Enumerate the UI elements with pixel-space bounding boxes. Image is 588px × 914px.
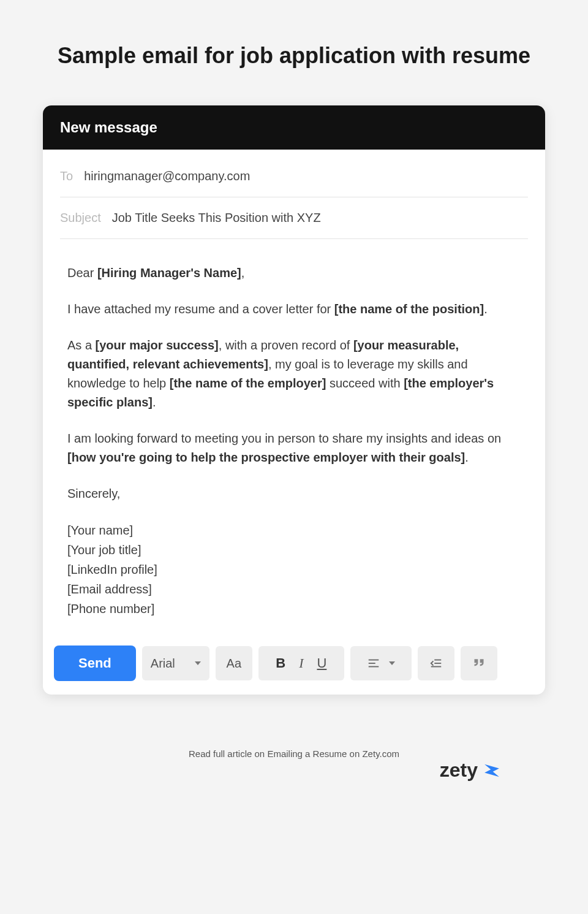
text: Read full article on [189,748,267,759]
subject-field-row[interactable]: Subject Job Title Seeks This Position wi… [60,197,528,239]
message-body[interactable]: Dear [Hiring Manager's Name], I have att… [43,239,545,637]
footer: Read full article on Emailing a Resume o… [37,737,551,774]
sig-name: [Your name] [67,520,521,540]
sig-linkedin: [LinkedIn profile] [67,560,521,579]
text: . [465,451,469,464]
indent-button[interactable] [418,646,454,680]
placeholder: [your major success] [96,338,219,352]
font-family-dropdown[interactable]: Arial [142,646,209,680]
text: I have attached my resume and a cover le… [67,302,334,316]
text: , [241,266,245,280]
logo-icon [481,760,502,781]
compose-window: New message To hiringmanager@company.com… [43,105,545,695]
page-title: Sample email for job application with re… [37,43,551,69]
closing: Sincerely, [67,484,521,503]
to-value: hiringmanager@company.com [84,169,250,183]
size-label: Aa [227,657,241,671]
to-label: To [60,169,73,183]
sig-phone: [Phone number] [67,599,521,619]
to-field-row[interactable]: To hiringmanager@company.com [60,156,528,197]
sig-email: [Email address] [67,579,521,599]
sig-title: [Your job title] [67,540,521,560]
underline-icon[interactable]: U [317,655,326,671]
text: . [484,302,488,316]
paragraph-1: I have attached my resume and a cover le… [67,300,521,319]
italic-icon[interactable]: I [299,655,303,671]
align-dropdown[interactable] [350,646,412,680]
quote-icon [471,657,487,669]
brand-text: zety [440,759,478,782]
placeholder: [the name of the employer] [170,376,326,390]
text: I am looking forward to meeting you in p… [67,432,501,445]
window-title: New message [43,105,545,150]
text: , with a proven record of [219,338,353,352]
bold-icon[interactable]: B [276,655,285,671]
text: As a [67,338,96,352]
brand-logo: zety [440,759,502,782]
format-toolbar: Send Arial Aa B I U [43,637,545,695]
placeholder: [Hiring Manager's Name] [97,266,241,280]
placeholder: [how you're going to help the prospectiv… [67,451,465,464]
text: Dear [67,266,97,280]
paragraph-3: I am looking forward to meeting you in p… [67,429,521,467]
text: . [153,395,156,409]
text: on Zety.com [347,748,399,759]
text: succeed with [326,376,404,390]
subject-label: Subject [60,211,101,225]
header-fields: To hiringmanager@company.com Subject Job… [43,150,545,239]
subject-value: Job Title Seeks This Position with XYZ [112,211,321,225]
greeting-line: Dear [Hiring Manager's Name], [67,264,521,283]
footer-text: Read full article on Emailing a Resume o… [37,737,551,759]
signature-block: [Your name] [Your job title] [LinkedIn p… [67,520,521,619]
text-style-group[interactable]: B I U [258,646,344,680]
chevron-down-icon [195,661,201,665]
placeholder: [the name of the position] [334,302,484,316]
font-label: Arial [151,657,175,671]
paragraph-2: As a [your major success], with a proven… [67,336,521,412]
chevron-down-icon [389,661,395,665]
quote-button[interactable] [461,646,497,680]
font-size-button[interactable]: Aa [216,646,252,680]
align-left-icon [367,657,380,670]
send-button[interactable]: Send [54,646,136,681]
article-title: Emailing a Resume [267,748,347,759]
indent-decrease-icon [429,657,443,670]
